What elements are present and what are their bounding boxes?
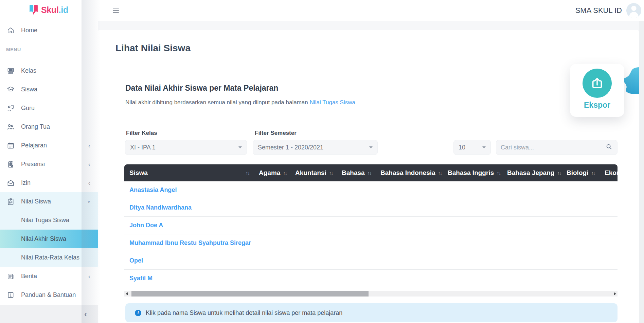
chevron-left-icon: ‹ bbox=[88, 180, 90, 186]
student-name-link[interactable]: Muhammad Ibnu Restu Syahputra Siregar bbox=[129, 239, 251, 247]
column-label: Biologi bbox=[567, 169, 588, 177]
sidebar-nav: HomeMENUKelasSiswaGuruOrang TuaPelajaran… bbox=[0, 21, 98, 304]
sort-icon[interactable]: ↑↓ bbox=[368, 170, 371, 176]
chevron-left-icon: ‹ bbox=[88, 273, 90, 280]
sidebar-item-panduan-bantuan[interactable]: Panduan & Bantuan bbox=[0, 286, 98, 304]
column-header-agama[interactable]: Agama↑↓ bbox=[255, 164, 290, 181]
column-header-biologi[interactable]: Biologi↑↓ bbox=[562, 164, 600, 181]
panel-description: Nilai akhir dihitung berdasarkan semua n… bbox=[125, 99, 355, 106]
topbar-account[interactable]: SMA SKUL ID bbox=[575, 3, 641, 18]
sidebar-item-label: Izin bbox=[21, 179, 88, 186]
column-header-bahasa[interactable]: Bahasa↑↓ bbox=[338, 164, 375, 181]
chevron-down-icon bbox=[238, 146, 242, 148]
filter-semester-value: Semester 1 - 2020/2021 bbox=[258, 144, 323, 151]
sidebar-toggle-hamburger-icon[interactable] bbox=[111, 6, 121, 15]
export-upload-icon bbox=[583, 69, 612, 98]
sidebar-item-label: Nilai Tugas Siswa bbox=[21, 217, 69, 224]
column-label: Ekonomi bbox=[605, 169, 618, 177]
sort-icon[interactable]: ↑↓ bbox=[329, 170, 333, 176]
sidebar-item-berita[interactable]: Berita‹ bbox=[0, 267, 98, 286]
student-name-link[interactable]: Opel bbox=[129, 257, 143, 264]
sidebar-subitem-nilai-tugas-siswa[interactable]: Nilai Tugas Siswa bbox=[0, 211, 98, 230]
brand-logo[interactable]: Skul.id bbox=[0, 0, 98, 20]
sort-icon[interactable]: ↑↓ bbox=[497, 170, 500, 176]
column-header-bahasa-indonesia[interactable]: Bahasa Indonesia↑↓ bbox=[375, 164, 443, 181]
table-header-row: Siswa↑↓Agama↑↓Akuntansi↑↓Bahasa↑↓Bahasa … bbox=[124, 164, 618, 181]
column-header-ekonomi[interactable]: Ekonomi↑↓ bbox=[600, 164, 618, 181]
student-name-link[interactable]: John Doe A bbox=[129, 222, 163, 229]
sort-icon[interactable]: ↑↓ bbox=[438, 170, 442, 176]
sidebar-item-label: Siswa bbox=[21, 86, 90, 93]
avatar-person-icon bbox=[631, 6, 637, 11]
table-body: Anastasia AngelDitya NandiwardhanaJohn D… bbox=[124, 181, 618, 287]
sidebar-item-orang-tua[interactable]: Orang Tua bbox=[0, 118, 98, 136]
sidebar-item-label: Nilai Siswa bbox=[21, 198, 87, 205]
horizontal-scrollbar-thumb[interactable] bbox=[131, 291, 369, 297]
filter-kelas-select[interactable]: XI - IPA 1 bbox=[125, 140, 247, 155]
scroll-right-arrow-icon[interactable] bbox=[614, 292, 616, 295]
sidebar-subitem-nilai-akhir-siswa[interactable]: Nilai Akhir Siswa bbox=[0, 230, 98, 248]
chevron-left-icon: ‹ bbox=[88, 161, 90, 167]
search-icon[interactable] bbox=[605, 143, 613, 152]
user-avatar[interactable] bbox=[626, 3, 641, 18]
sort-icon[interactable]: ↑↓ bbox=[283, 170, 287, 176]
column-header-siswa[interactable]: Siswa↑↓ bbox=[124, 164, 255, 181]
sort-icon[interactable]: ↑↓ bbox=[557, 170, 561, 176]
student-name-link[interactable]: Ditya Nandiwardhana bbox=[129, 204, 192, 211]
permission-icon bbox=[7, 179, 15, 187]
chevron-down-icon bbox=[482, 146, 486, 148]
student-name-link[interactable]: Syafil M bbox=[129, 275, 153, 282]
sidebar-item-nilai-siswa[interactable]: Nilai Siswa∨ bbox=[0, 192, 98, 211]
attendance-icon bbox=[7, 160, 15, 168]
vertical-scrollbar[interactable] bbox=[639, 21, 644, 323]
column-label: Siswa bbox=[129, 169, 148, 177]
classroom-icon bbox=[7, 67, 15, 75]
sidebar-item-siswa[interactable]: Siswa bbox=[0, 80, 98, 99]
sidebar-item-izin[interactable]: Izin‹ bbox=[0, 174, 98, 192]
school-name: SMA SKUL ID bbox=[575, 6, 622, 15]
search-input[interactable] bbox=[501, 144, 605, 151]
page-title: Lihat Nilai Siswa bbox=[115, 43, 191, 54]
column-header-akuntansi[interactable]: Akuntansi↑↓ bbox=[290, 164, 338, 181]
nilai-tugas-siswa-link[interactable]: Nilai Tugas Siswa bbox=[310, 99, 355, 106]
page-size-value: 10 bbox=[459, 144, 465, 151]
student-icon bbox=[7, 86, 15, 94]
parents-icon bbox=[7, 123, 15, 131]
sidebar-subitem-nilai-rata-rata-kelas[interactable]: Nilai Rata-Rata Kelas bbox=[0, 248, 98, 267]
export-button[interactable]: Ekspor bbox=[570, 64, 624, 117]
sidebar-item-kelas[interactable]: Kelas bbox=[0, 61, 98, 80]
filter-semester-label: Filter Semester bbox=[255, 130, 297, 137]
column-header-bahasa-inggris[interactable]: Bahasa Inggris↑↓ bbox=[443, 164, 503, 181]
filter-kelas-label: Filter Kelas bbox=[126, 130, 157, 137]
sidebar-item-guru[interactable]: Guru bbox=[0, 99, 98, 118]
sort-icon[interactable]: ↑↓ bbox=[246, 170, 249, 176]
filter-semester-select[interactable]: Semester 1 - 2020/2021 bbox=[253, 140, 378, 155]
chevron-left-icon: ‹ bbox=[84, 309, 87, 319]
chevron-down-icon bbox=[369, 146, 373, 148]
chevron-down-icon: ∨ bbox=[87, 200, 90, 204]
info-alert-text: Klik pada nama Siswa untuk melihat detai… bbox=[146, 309, 342, 317]
sidebar-item-label: Panduan & Bantuan bbox=[21, 291, 90, 299]
column-label: Agama bbox=[259, 169, 280, 177]
filter-kelas-value: XI - IPA 1 bbox=[130, 144, 156, 151]
column-label: Bahasa bbox=[342, 169, 365, 177]
sidebar-item-label: Home bbox=[21, 27, 90, 34]
table-row: John Doe A bbox=[124, 217, 618, 234]
sidebar-item-home[interactable]: Home bbox=[0, 21, 98, 40]
scroll-left-arrow-icon[interactable] bbox=[126, 292, 128, 295]
table-row: Ditya Nandiwardhana bbox=[124, 199, 618, 217]
sidebar-collapse-button[interactable]: ‹ bbox=[0, 305, 98, 323]
student-name-link[interactable]: Anastasia Angel bbox=[129, 186, 177, 194]
news-icon bbox=[7, 272, 15, 281]
sort-icon[interactable]: ↑↓ bbox=[591, 170, 595, 176]
sidebar-item-pelajaran[interactable]: Pelajaran‹ bbox=[0, 136, 98, 155]
sidebar-item-label: Guru bbox=[21, 105, 90, 112]
home-icon bbox=[7, 26, 15, 35]
info-alert: i Klik pada nama Siswa untuk melihat det… bbox=[125, 303, 618, 322]
page-size-select[interactable]: 10 bbox=[453, 140, 491, 155]
column-header-bahasa-jepang[interactable]: Bahasa Jepang↑↓ bbox=[503, 164, 562, 181]
sidebar-item-presensi[interactable]: Presensi‹ bbox=[0, 155, 98, 174]
sidebar-item-label: Orang Tua bbox=[21, 123, 90, 130]
horizontal-scrollbar[interactable] bbox=[124, 291, 618, 297]
table-row: Opel bbox=[124, 252, 618, 270]
